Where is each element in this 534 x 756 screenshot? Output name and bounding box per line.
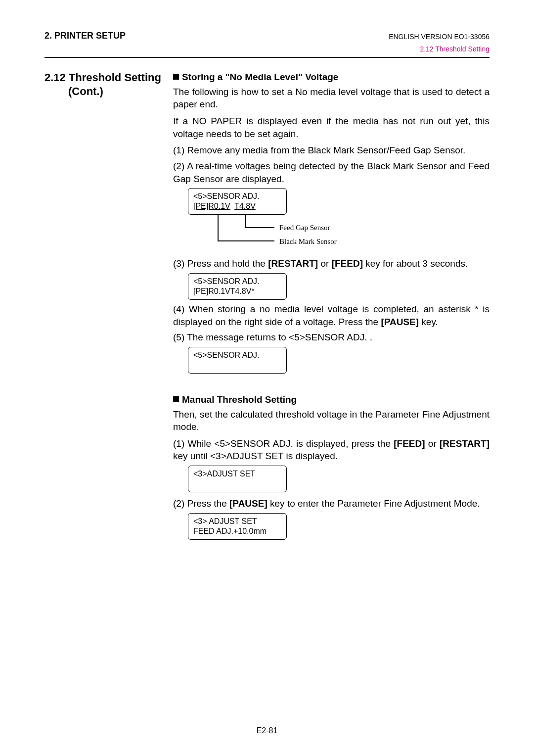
lcd5-line1: <3> ADJUST SET	[193, 517, 257, 525]
bullet-icon	[173, 396, 179, 402]
sec1-step4b: key.	[419, 317, 438, 327]
section-number-title: 2.12 Threshold Setting	[44, 71, 161, 84]
lcd-box-4: <3>ADJUST SET	[188, 466, 287, 492]
restart-key: [RESTART]	[268, 258, 318, 269]
lcd1-val2: T4.8V	[234, 202, 256, 210]
lcd-box-5: <3> ADJUST SET FEED ADJ.+10.0mm	[188, 513, 287, 540]
sec2-step1c: key until <3>ADJUST SET is displayed.	[173, 451, 338, 461]
sec2-p1: Then, set the calculated threshold volta…	[173, 408, 490, 433]
sec2-heading: Manual Threshold Setting	[182, 394, 297, 405]
pause-key-2: [PAUSE]	[229, 498, 267, 509]
section-cont: (Cont.)	[44, 85, 103, 97]
lcd1-line1: <5>SENSOR ADJ.	[193, 192, 259, 200]
feed-key-2: [FEED]	[394, 438, 425, 449]
feed-gap-label: Feed Gap Sensor	[279, 223, 330, 233]
sec1-step5: (5) The message returns to <5>SENSOR ADJ…	[173, 331, 490, 344]
sec1-step3a: (3) Press and hold the	[173, 258, 268, 269]
sec1-heading: Storing a "No Media Level" Voltage	[182, 72, 338, 82]
lcd1-val1: [PE]R0.1V	[193, 202, 230, 210]
lcd2-line1: <5>SENSOR ADJ.	[193, 277, 259, 285]
lcd4-line1: <3>ADJUST SET	[193, 470, 255, 478]
header-sub: 2.12 Threshold Setting	[44, 45, 490, 54]
sec2-step1b: or	[425, 438, 440, 449]
feed-key: [FEED]	[332, 258, 363, 269]
lcd3-line1: <5>SENSOR ADJ.	[193, 351, 259, 359]
bullet-icon	[173, 74, 179, 80]
sec2-step1a: (1) While <5>SENSOR ADJ. is displayed, p…	[173, 438, 394, 449]
lcd-box-3: <5>SENSOR ADJ.	[188, 347, 287, 374]
lcd-box-2: <5>SENSOR ADJ. [PE]R0.1VT4.8V*	[188, 273, 287, 300]
header-left: 2. PRINTER SETUP	[44, 30, 126, 42]
sec1-step2: (2) A real-time voltages being detected …	[173, 161, 490, 184]
header-divider	[44, 57, 490, 58]
restart-key-2: [RESTART]	[440, 438, 490, 449]
sec1-step3c: key for about 3 seconds.	[363, 258, 468, 269]
lcd-box-1: <5>SENSOR ADJ. [PE]R0.1V T4.8V	[188, 188, 287, 215]
sec2-step2b: key to enter the Parameter Fine Adjustme…	[267, 498, 480, 509]
black-mark-label: Black Mark Sensor	[279, 236, 337, 246]
sec1-step1: (1) Remove any media from the Black Mark…	[173, 144, 490, 157]
sec2-step2a: (2) Press the	[173, 498, 229, 509]
sensor-diagram: <5>SENSOR ADJ. [PE]R0.1V T4.8V Feed Gap …	[188, 188, 490, 254]
sec1-step3b: or	[318, 258, 331, 269]
page-number: E2-81	[0, 725, 534, 736]
header-right: ENGLISH VERSION EO1-33056	[389, 32, 490, 42]
sec1-p2: If a NO PAPER is displayed even if the m…	[173, 115, 490, 140]
lcd5-line2: FEED ADJ.+10.0mm	[193, 527, 267, 535]
sec1-p1: The following is how to set a No media l…	[173, 86, 490, 111]
pause-key: [PAUSE]	[381, 317, 419, 327]
sec1-step4a: (4) When storing a no media level voltag…	[173, 304, 490, 327]
lcd2-line2: [PE]R0.1VT4.8V*	[193, 287, 255, 295]
